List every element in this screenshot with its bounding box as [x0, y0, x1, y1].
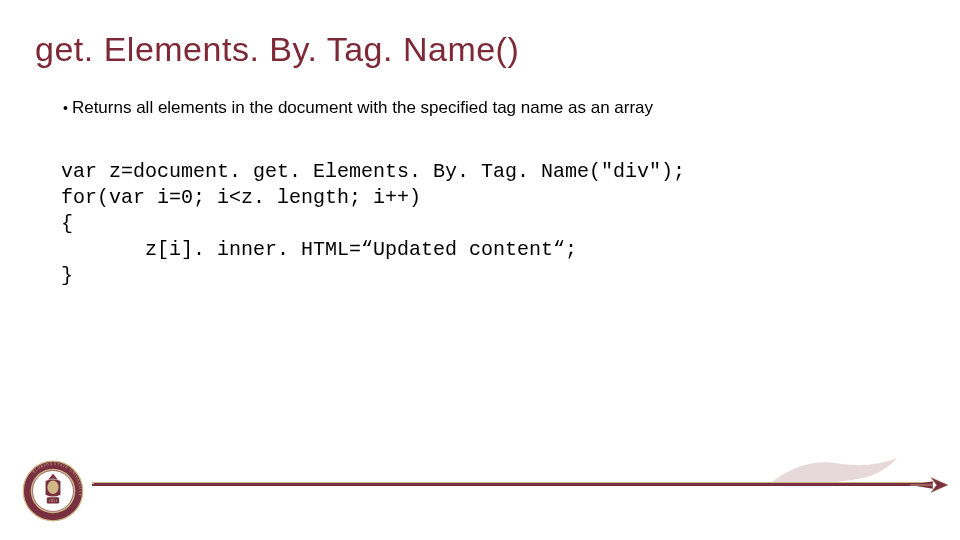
slide: get. Elements. By. Tag. Name() • Returns…	[0, 0, 960, 540]
code-line: {	[61, 212, 73, 235]
bullet-marker: •	[63, 97, 68, 119]
footer-divider	[92, 482, 930, 486]
slide-body: • Returns all elements in the document w…	[35, 97, 925, 289]
svg-point-3	[47, 480, 58, 494]
slide-title: get. Elements. By. Tag. Name()	[35, 30, 925, 69]
seal-year: 1851	[49, 498, 58, 503]
university-seal-icon: 1851 FLORIDA STATE UNIVERSITY	[22, 460, 84, 522]
slide-footer: 1851 FLORIDA STATE UNIVERSITY	[0, 452, 960, 522]
bullet-text: Returns all elements in the document wit…	[72, 97, 653, 119]
feather-watermark-icon	[762, 446, 902, 496]
code-line: z[i]. inner. HTML=“Updated content“;	[61, 238, 577, 261]
code-block: var z=document. get. Elements. By. Tag. …	[61, 159, 925, 289]
bullet-item: • Returns all elements in the document w…	[63, 97, 925, 119]
code-line: var z=document. get. Elements. By. Tag. …	[61, 160, 685, 183]
code-line: }	[61, 264, 73, 287]
spear-icon	[910, 471, 948, 499]
code-line: for(var i=0; i<z. length; i++)	[61, 186, 421, 209]
